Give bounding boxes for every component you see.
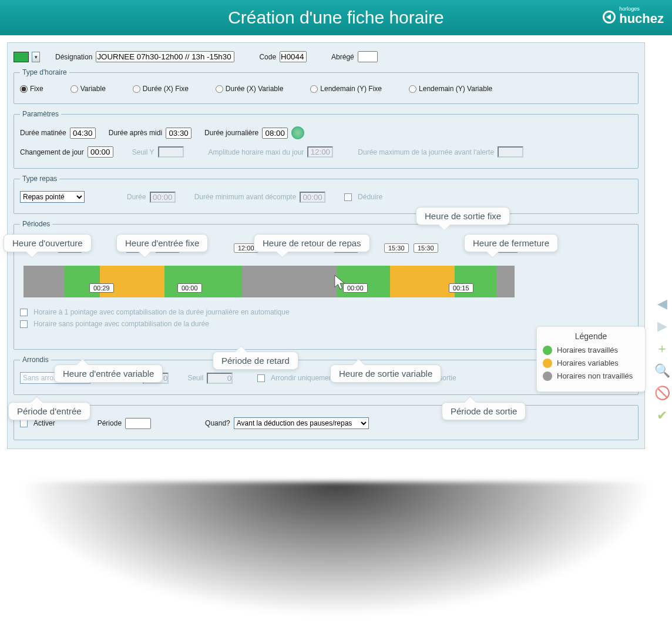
callout-entree-fixe: Heure d'entrée fixe xyxy=(116,234,208,252)
duree-journaliere-label: Durée journalière xyxy=(204,129,258,137)
top-row: Désignation Code Abrégé xyxy=(14,51,639,62)
duree-apresmidi-input[interactable] xyxy=(166,128,191,139)
ecretage-group: Ecrêtage Activer Période Quand? Avant la… xyxy=(14,401,639,440)
ecretage-periode-input[interactable] xyxy=(125,418,151,429)
duree-apresmidi-label: Durée après midi xyxy=(109,129,162,137)
arrondi-seuil-label: Seuil xyxy=(187,374,203,382)
color-dropdown[interactable] xyxy=(32,52,40,62)
type-horaire-legend: Type d'horaire xyxy=(20,68,69,76)
duree-journaliere-input[interactable] xyxy=(262,128,288,139)
legend-dot-worked xyxy=(543,346,552,355)
app-header: Création d'une fiche horaire horloges hu… xyxy=(0,0,672,35)
brand-top: horloges xyxy=(619,7,664,11)
duree-max-alerte-input xyxy=(498,146,523,158)
legend-dot-notworked xyxy=(543,371,552,381)
type-repas-group: Type repas Repas pointé Durée Durée mini… xyxy=(14,175,639,214)
ecretage-periode-label: Période xyxy=(98,419,122,427)
deduire-label: Déduire xyxy=(358,193,382,201)
time-1530b[interactable]: 15:30 xyxy=(414,243,438,253)
seuil-y-label: Seuil Y xyxy=(132,148,154,156)
callout-sortie-fixe: Heure de sortie fixe xyxy=(416,207,510,225)
duree-matinee-label: Durée matinée xyxy=(20,129,66,137)
ecretage-activer-chk[interactable] xyxy=(20,420,28,427)
chk-1-pointage-label: Horaire à 1 pointage avec comptabilisati… xyxy=(33,308,290,316)
ecretage-quand-label: Quand? xyxy=(205,419,230,427)
brand-logo: horloges huchez xyxy=(603,7,664,26)
amplitude-label: Amplitude horaire maxi du jour xyxy=(209,148,304,156)
callout-retard: Période de retard xyxy=(213,352,298,370)
radio-lendemain-var[interactable]: Lendemain (Y) Variable xyxy=(409,85,492,93)
dur-0000b[interactable]: 00:00 xyxy=(343,283,368,293)
repas-duree-input xyxy=(150,192,176,203)
timeline-bar[interactable]: 00:29 00:00 00:00 00:15 xyxy=(23,266,515,297)
legend-panel: Légende Horaires travaillés Horaires var… xyxy=(536,326,646,392)
seuil-y-input xyxy=(158,146,184,158)
legend-variable: Horaires variables xyxy=(557,359,619,368)
callout-sortie-var: Heure de sortie variable xyxy=(330,364,441,383)
legend-dot-variable xyxy=(543,359,552,368)
back-icon[interactable]: ◀ xyxy=(654,296,670,312)
callout-fermeture: Heure de fermeture xyxy=(464,234,558,252)
callout-retour-repas: Heure de retour de repas xyxy=(254,234,370,252)
radio-lendemain-fixe[interactable]: Lendemain (Y) Fixe xyxy=(310,85,382,93)
dur-0015[interactable]: 00:15 xyxy=(449,283,473,293)
window-shadow xyxy=(18,482,654,617)
deduire-checkbox[interactable] xyxy=(344,193,352,201)
ecretage-quand-select[interactable]: Avant la déduction des pauses/repas xyxy=(234,417,369,429)
search-icon[interactable]: 🔍 xyxy=(654,363,670,379)
legend-title: Légende xyxy=(543,332,639,341)
repas-duree-min-input xyxy=(300,192,325,203)
type-horaire-group: Type d'horaire Fixe Variable Durée (X) F… xyxy=(14,68,639,104)
periodes-legend: Périodes xyxy=(20,220,52,228)
brand-name: huchez xyxy=(619,11,664,26)
legend-notworked: Horaires non travaillés xyxy=(557,371,633,381)
dur-0029[interactable]: 00:29 xyxy=(89,283,114,293)
ecretage-activer-label: Activer xyxy=(33,419,55,427)
chk-sans-pointage[interactable] xyxy=(20,320,28,328)
designation-label: Désignation xyxy=(55,53,92,61)
chk-sans-pointage-label: Horaire sans pointage avec comptabilisat… xyxy=(33,320,209,328)
radio-duree-x-var[interactable]: Durée (X) Variable xyxy=(216,85,283,93)
color-swatch[interactable] xyxy=(14,52,29,62)
type-repas-legend: Type repas xyxy=(20,175,59,183)
side-toolbar: ◀ ▶ ＋ 🔍 🚫 ✔ xyxy=(654,296,670,424)
repas-duree-min-label: Durée minimum avant décompte xyxy=(194,193,296,201)
chk-1-pointage[interactable] xyxy=(20,309,28,316)
arrondi-chk[interactable] xyxy=(257,374,265,382)
designation-input[interactable] xyxy=(96,51,234,62)
parametres-legend: Paramètres xyxy=(20,110,61,118)
duree-max-alerte-label: Durée maximum de la journée avant l'aler… xyxy=(358,148,494,156)
changement-jour-label: Changement de jour xyxy=(20,148,84,156)
parametres-group: Paramètres Durée matinée Durée après mid… xyxy=(14,110,639,169)
arrondis-legend: Arrondis xyxy=(20,356,51,364)
radio-variable[interactable]: Variable xyxy=(70,85,106,93)
forbid-icon[interactable]: 🚫 xyxy=(654,385,670,401)
abrege-label: Abrégé xyxy=(331,53,354,61)
repas-select[interactable]: Repas pointé xyxy=(20,191,85,203)
legend-worked: Horaires travaillés xyxy=(557,346,618,355)
forward-icon[interactable]: ▶ xyxy=(654,318,670,334)
brand-icon xyxy=(603,11,616,24)
callout-periode-sortie: Période de sortie xyxy=(442,402,526,420)
changement-jour-input[interactable] xyxy=(88,146,113,158)
callout-ouverture: Heure d'ouverture xyxy=(4,234,92,252)
callout-periode-entree: Période d'entrée xyxy=(8,402,90,420)
page-title: Création d'une fiche horaire xyxy=(228,8,444,28)
repas-duree-label: Durée xyxy=(127,193,146,201)
add-icon[interactable]: ＋ xyxy=(654,340,670,357)
dur-0000a[interactable]: 00:00 xyxy=(177,283,202,293)
duree-matinee-input[interactable] xyxy=(70,128,96,139)
check-icon[interactable]: ✔ xyxy=(654,407,670,424)
time-1530a[interactable]: 15:30 xyxy=(384,243,409,253)
arrondi-seuil-input xyxy=(207,373,233,384)
code-label: Code xyxy=(259,53,276,61)
abrege-input[interactable] xyxy=(358,51,378,62)
radio-duree-x-fixe[interactable]: Durée (X) Fixe xyxy=(133,85,189,93)
callout-entree-var: Heure d'entrée variable xyxy=(54,364,163,383)
globe-icon[interactable] xyxy=(291,126,304,139)
amplitude-input xyxy=(307,146,333,158)
radio-fixe[interactable]: Fixe xyxy=(20,85,43,93)
code-input[interactable] xyxy=(280,51,307,62)
